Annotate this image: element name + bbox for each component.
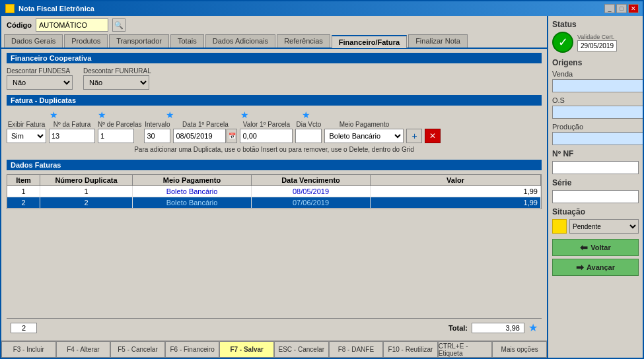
tab-totais[interactable]: Totais [170,34,204,48]
star-icon-2: ★ [98,110,106,120]
descontar-fundesa-select[interactable]: Não Sim [7,75,73,90]
validade-box: Validade Cert. 29/05/2019 [577,34,617,51]
nro-fatura-label: Nº da Fatura [49,121,95,128]
tabs-bar: Dados Gerais Produtos Transportador Tota… [1,34,547,49]
validade-value: 29/05/2019 [577,40,617,51]
venda-input[interactable] [552,79,643,92]
tab-dados-gerais[interactable]: Dados Gerais [4,34,63,48]
tab-finalizar-nota[interactable]: Finalizar Nota [408,34,468,48]
close-button[interactable]: ✕ [628,4,639,13]
nro-parcelas-input[interactable] [98,129,134,143]
validade-cert-label: Validade Cert. [577,34,617,40]
voltar-label: Voltar [590,244,610,251]
fatura-note: Para adicionar uma Duplicata, use o botã… [7,146,542,153]
f5-cancelar-button[interactable]: F5 - Cancelar [110,341,165,358]
data-1a-parcela-field: Data 1º Parcela 📅 [173,121,237,143]
producao-input[interactable] [552,132,643,145]
avancar-button[interactable]: ➡ Avançar [552,259,639,276]
fatura-section: Fatura - Duplicatas ★ ★ ★ ★ ★ [7,95,542,156]
mais-opcoes-button[interactable]: Mais opções [492,341,547,358]
venda-label: Venda [552,70,639,78]
descontar-fundesa-label: Descontar FUNDESA [7,67,73,75]
avancar-arrow-icon: ➡ [576,262,584,273]
cell-meio-1: Boleto Bancário [133,186,252,197]
avancar-label: Avançar [587,263,615,271]
star-icon-4: ★ [240,110,249,120]
venda-input-row: 🔍 [552,79,639,92]
meio-pagamento-field: Meio Pagamento Boleto Bancário [324,121,404,143]
cell-num-dup-2: 2 [40,197,133,208]
tab-financeiro-fatura[interactable]: Financeiro/Fatura [332,35,407,48]
intervalo-input[interactable] [144,129,170,143]
codigo-input[interactable] [36,18,108,32]
voltar-arrow-icon: ⬅ [580,242,588,253]
cell-data-venc-1: 08/05/2019 [252,186,371,197]
voltar-button[interactable]: ⬅ Voltar [552,239,639,256]
nf-input[interactable] [552,161,639,174]
exibir-fatura-field: Exibir Fatura Sim Não [7,121,46,143]
minimize-button[interactable]: _ [604,4,615,13]
f7-salvar-button[interactable]: F7 - Salvar [219,341,274,358]
star-icon-5: ★ [302,110,310,120]
delete-duplicata-button[interactable]: ✕ [425,129,441,143]
descontar-funrural-select[interactable]: Não Sim [83,75,149,90]
col-header-item: Item [7,175,40,185]
add-duplicata-button[interactable]: + [406,129,422,143]
codigo-bar: Código 🔍 [1,16,547,34]
dados-faturas-header: Dados Faturas [7,160,542,170]
faturas-grid: Item Número Duplicata Meio Pagamento Dat… [7,174,542,209]
cell-data-venc-2: 07/06/2019 [252,197,371,208]
maximize-button[interactable]: □ [616,4,627,13]
tab-produtos[interactable]: Produtos [64,34,108,48]
dia-vcto-input[interactable] [295,129,322,143]
cell-num-dup-1: 1 [40,186,133,197]
tab-dados-adicionais[interactable]: Dados Adicionais [205,34,275,48]
financeiro-section-header: Financeiro Cooperativa [7,53,542,63]
esc-cancelar-button[interactable]: ESC - Cancelar [274,341,329,358]
financeiro-row: Descontar FUNDESA Não Sim Descontar FUNR… [7,67,542,90]
situacao-row: Pendente Autorizado Cancelado [552,219,639,234]
total-value: 3,98 [472,323,524,333]
valor-1a-parcela-input[interactable] [240,129,293,143]
f6-financeiro-button[interactable]: F6 - Financeiro [165,341,220,358]
serie-title: Série [552,178,639,187]
col-header-data-vencimento: Data Vencimento [252,175,371,185]
f10-reutilizar-button[interactable]: F10 - Reutilizar [383,341,438,358]
window-title: Nota Fiscal Eletrônica [18,5,94,13]
dia-vcto-field: Dia Vcto [295,121,322,143]
producao-label: Produção [552,123,639,131]
right-panel: Status ✓ Validade Cert. 29/05/2019 Orige… [547,16,643,358]
data-1a-parcela-input[interactable] [173,129,226,143]
os-label: O.S [552,96,639,104]
status-title: Status [552,20,639,29]
bottom-star-icon: ★ [528,321,538,334]
col-header-numero-duplicata: Número Duplicata [40,175,133,185]
codigo-search-button[interactable]: 🔍 [112,18,125,32]
meio-pagamento-select[interactable]: Boleto Bancário [324,129,404,143]
cell-valor-2: 1,99 [371,197,541,208]
exibir-fatura-select[interactable]: Sim Não [7,129,46,143]
producao-input-row: 🔍 [552,132,639,145]
fatura-fields-row: Exibir Fatura Sim Não Nº da Fatura Nº de… [7,121,542,143]
f4-alterar-button[interactable]: F4 - Alterar [56,341,111,358]
tab-referencias[interactable]: Referências [277,34,330,48]
cell-meio-2: Boleto Bancário [133,197,252,208]
bottom-bar: 2 Total: 3,98 ★ [7,318,542,337]
nro-fatura-field: Nº da Fatura [49,121,95,143]
f8-danfe-button[interactable]: F8 - DANFE [329,341,384,358]
nf-title: Nº NF [552,149,639,158]
os-input[interactable] [552,106,643,119]
table-row[interactable]: 2 2 Boleto Bancário 07/06/2019 1,99 [7,197,541,209]
nro-fatura-input[interactable] [49,129,95,143]
ctrl-e-etiqueta-button[interactable]: CTRL+E - Etiqueta [438,341,493,358]
shortcut-bar: F3 - Incluir F4 - Alterar F5 - Cancelar … [1,341,547,358]
star-icon-1: ★ [50,110,58,120]
serie-input[interactable] [552,190,639,203]
f3-incluir-button[interactable]: F3 - Incluir [1,341,56,358]
stars-row: ★ ★ ★ ★ ★ [7,110,542,120]
situacao-select[interactable]: Pendente Autorizado Cancelado [569,219,639,234]
tab-transportador[interactable]: Transportador [109,34,169,48]
table-row[interactable]: 1 1 Boleto Bancário 08/05/2019 1,99 [7,186,541,197]
data-1a-parcela-label: Data 1º Parcela [173,121,237,128]
calendar-icon[interactable]: 📅 [227,129,237,143]
